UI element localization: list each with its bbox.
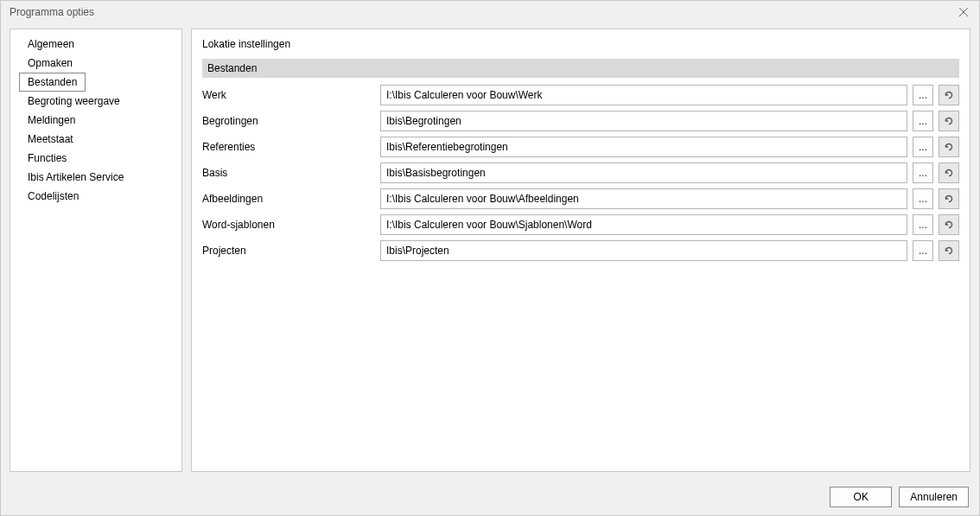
sidebar-item-algemeen[interactable]: Algemeen [19,35,83,54]
row-afbeeldingen: Afbeeldingen ... [202,188,959,209]
undo-icon [943,167,955,179]
dialog-body: Algemeen Opmaken Bestanden Begroting wee… [1,23,979,479]
label-werk: Werk [202,89,375,101]
label-word-sjablonen: Word-sjablonen [202,219,375,231]
undo-icon [943,115,955,127]
sidebar-item-meetstaat[interactable]: Meetstaat [19,130,82,149]
reset-button-referenties[interactable] [939,137,959,157]
sidebar-item-ibis-artikelen-service[interactable]: Ibis Artikelen Service [19,168,132,187]
row-projecten: Projecten ... [202,240,959,261]
input-begrotingen[interactable] [380,111,907,131]
row-word-sjablonen: Word-sjablonen ... [202,214,959,235]
label-afbeeldingen: Afbeeldingen [202,193,375,205]
reset-button-begrotingen[interactable] [939,111,959,131]
row-begrotingen: Begrotingen ... [202,111,959,131]
reset-button-word-sjablonen[interactable] [939,214,959,235]
sidebar-item-meldingen[interactable]: Meldingen [19,111,84,130]
browse-button-projecten[interactable]: ... [913,240,933,261]
sidebar-item-bestanden[interactable]: Bestanden [19,73,86,92]
browse-button-word-sjablonen[interactable]: ... [913,214,933,235]
sidebar-item-codelijsten[interactable]: Codelijsten [19,187,87,206]
row-basis: Basis ... [202,162,959,183]
label-basis: Basis [202,167,375,179]
input-werk[interactable] [380,85,907,105]
reset-button-werk[interactable] [939,85,959,105]
input-afbeeldingen[interactable] [380,188,907,209]
undo-icon [943,193,955,205]
label-referenties: Referenties [202,141,375,153]
input-word-sjablonen[interactable] [380,214,907,235]
ok-button[interactable]: OK [830,487,892,507]
input-referenties[interactable] [380,137,907,157]
label-projecten: Projecten [202,245,375,257]
browse-button-referenties[interactable]: ... [913,137,933,157]
browse-button-werk[interactable]: ... [913,85,933,105]
close-button[interactable] [955,3,972,21]
reset-button-projecten[interactable] [939,240,959,261]
browse-button-afbeeldingen[interactable]: ... [913,188,933,209]
sidebar-item-opmaken[interactable]: Opmaken [19,54,81,73]
window-title: Programma opties [10,6,955,18]
reset-button-basis[interactable] [939,162,959,183]
titlebar: Programma opties [1,1,979,23]
sidebar-item-functies[interactable]: Functies [19,149,75,168]
dialog-footer: OK Annuleren [1,479,979,515]
row-referenties: Referenties ... [202,137,959,157]
reset-button-afbeeldingen[interactable] [939,188,959,209]
sidebar: Algemeen Opmaken Bestanden Begroting wee… [10,29,182,472]
main-title: Lokatie instellingen [202,38,959,59]
row-werk: Werk ... [202,85,959,105]
dialog-window: Programma opties Algemeen Opmaken Bestan… [0,0,980,516]
main-panel: Lokatie instellingen Bestanden Werk ... … [191,29,970,472]
sidebar-item-begroting-weergave[interactable]: Begroting weergave [19,92,129,111]
label-begrotingen: Begrotingen [202,115,375,127]
browse-button-begrotingen[interactable]: ... [913,111,933,131]
browse-button-basis[interactable]: ... [913,162,933,183]
cancel-button[interactable]: Annuleren [899,487,969,507]
close-icon [959,8,968,16]
input-basis[interactable] [380,162,907,183]
input-projecten[interactable] [380,240,907,261]
undo-icon [943,245,955,257]
section-header-bestanden: Bestanden [202,59,959,78]
undo-icon [943,89,955,101]
undo-icon [943,141,955,153]
undo-icon [943,219,955,231]
